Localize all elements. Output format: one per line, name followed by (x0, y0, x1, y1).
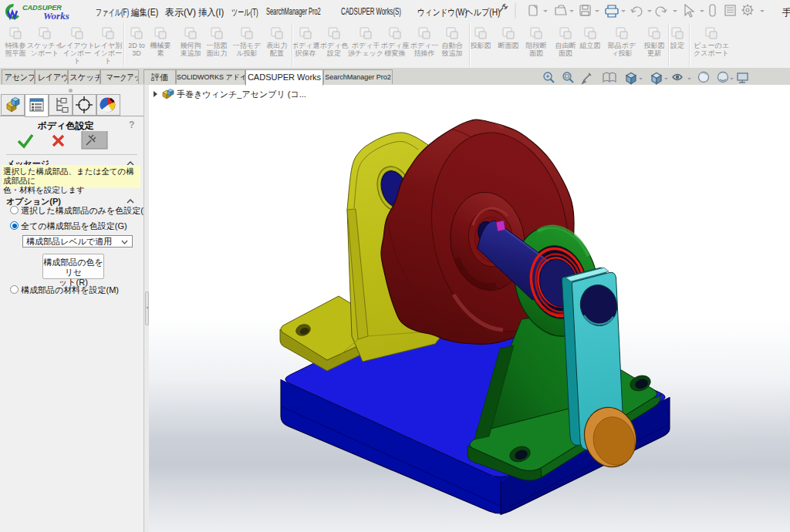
svg-text:Works: Works (43, 10, 69, 22)
